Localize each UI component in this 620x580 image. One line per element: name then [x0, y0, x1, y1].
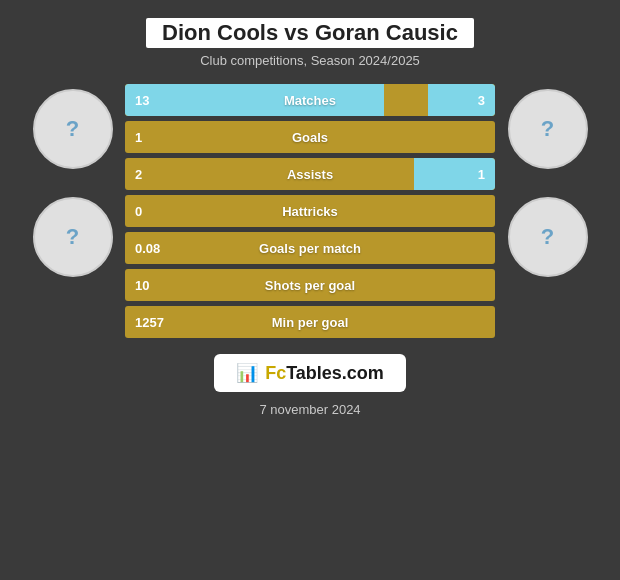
stat-label-1: Goals: [292, 130, 328, 145]
stats-col: 13Matches31Goals2Assists10Hattricks0.08G…: [125, 84, 495, 338]
stat-val-left-5: 10: [135, 278, 149, 293]
stat-fill-right-0: [428, 84, 495, 116]
subtitle: Club competitions, Season 2024/2025: [146, 53, 474, 68]
stat-label-2: Assists: [287, 167, 333, 182]
player-left-avatar-top: ?: [33, 89, 113, 169]
stat-bar-bg-2: 2Assists1: [125, 158, 495, 190]
avatar-icon-right-2: ?: [541, 224, 554, 250]
stat-row-5: 10Shots per goal: [125, 269, 495, 301]
logo-icon: 📊: [236, 362, 258, 384]
stat-fill-left-0: [125, 84, 384, 116]
page-title: Dion Cools vs Goran Causic: [146, 18, 474, 48]
stat-bar-bg-3: 0Hattricks: [125, 195, 495, 227]
stat-label-6: Min per goal: [272, 315, 349, 330]
logo-fc: Fc: [265, 363, 286, 383]
stat-bar-bg-6: 1257Min per goal: [125, 306, 495, 338]
stat-row-4: 0.08Goals per match: [125, 232, 495, 264]
stat-row-1: 1Goals: [125, 121, 495, 153]
avatar-icon-2: ?: [66, 224, 79, 250]
page-container: Dion Cools vs Goran Causic Club competit…: [0, 0, 620, 580]
stat-label-0: Matches: [284, 93, 336, 108]
player-left-avatar-bottom: ?: [33, 197, 113, 277]
stat-row-3: 0Hattricks: [125, 195, 495, 227]
stat-bar-bg-0: 13Matches3: [125, 84, 495, 116]
player-right-avatar-bottom: ?: [508, 197, 588, 277]
avatar-icon-right: ?: [541, 116, 554, 142]
stat-row-2: 2Assists1: [125, 158, 495, 190]
player-right-avatar-top: ?: [508, 89, 588, 169]
stat-val-left-0: 13: [135, 93, 149, 108]
avatar-icon: ?: [66, 116, 79, 142]
stat-val-left-6: 1257: [135, 315, 164, 330]
stat-bar-bg-4: 0.08Goals per match: [125, 232, 495, 264]
stat-label-4: Goals per match: [259, 241, 361, 256]
stat-label-3: Hattricks: [282, 204, 338, 219]
stat-bar-bg-5: 10Shots per goal: [125, 269, 495, 301]
main-content: ? ? 13Matches31Goals2Assists10Hattricks0…: [0, 84, 620, 338]
logo-tables: Tables.com: [286, 363, 384, 383]
logo-area: 📊 FcTables.com: [214, 354, 406, 392]
footer-date: 7 november 2024: [259, 402, 360, 417]
stat-val-right-2: 1: [478, 167, 485, 182]
stat-val-left-2: 2: [135, 167, 142, 182]
player-left-col: ? ?: [20, 84, 125, 277]
stat-val-left-1: 1: [135, 130, 142, 145]
stat-row-0: 13Matches3: [125, 84, 495, 116]
stat-val-right-0: 3: [478, 93, 485, 108]
stat-row-6: 1257Min per goal: [125, 306, 495, 338]
stat-val-left-4: 0.08: [135, 241, 160, 256]
stat-val-left-3: 0: [135, 204, 142, 219]
player-right-col: ? ?: [495, 84, 600, 277]
header: Dion Cools vs Goran Causic Club competit…: [136, 0, 484, 74]
logo-text: FcTables.com: [265, 363, 384, 384]
stat-label-5: Shots per goal: [265, 278, 355, 293]
stat-bar-bg-1: 1Goals: [125, 121, 495, 153]
